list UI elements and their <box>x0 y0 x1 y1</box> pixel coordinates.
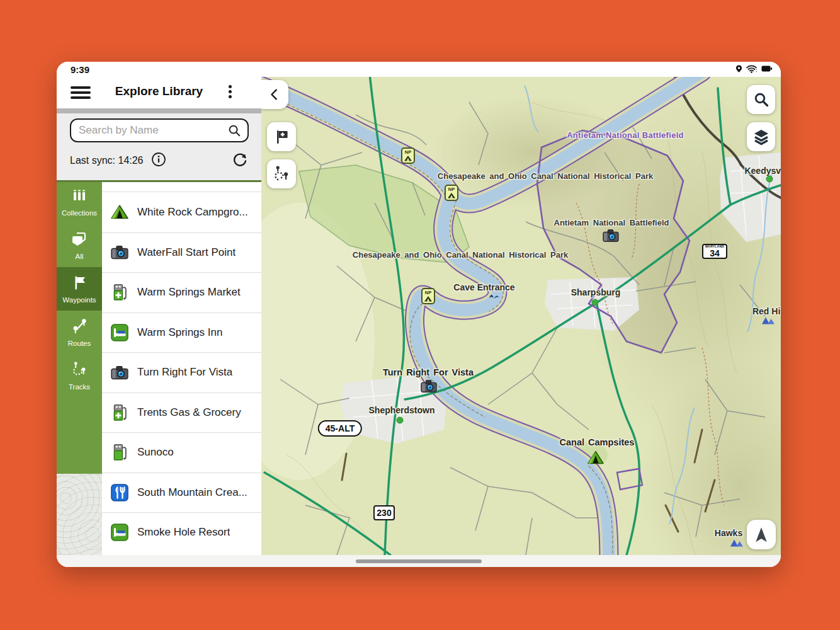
waypoint-name: Smoke Hole Resort <box>137 526 230 539</box>
waypoint-list-item[interactable]: Smoke Hole Resort <box>102 512 261 553</box>
layers-icon <box>752 128 770 146</box>
waypoint-list-item[interactable]: White Rock Campgro... <box>102 192 261 232</box>
explore-library-panel: Explore Library Last sync: 14:26 Collect… <box>57 77 261 555</box>
svg-text:NP: NP <box>448 186 455 192</box>
waypoint-list: Valley GroceryWhite Rock Campgro...Water… <box>102 182 261 555</box>
sidebar-item-label: Waypoints <box>62 296 96 304</box>
add-waypoint-button[interactable] <box>267 122 296 151</box>
screen: { "status_bar": { "time": "9:39", "icons… <box>0 0 840 630</box>
app-window: 9:39 Explore Library Last sync: 14:26 <box>57 62 781 567</box>
sidebar-item-waypoints[interactable]: Waypoints <box>57 267 102 311</box>
gas-plus-icon <box>111 284 128 301</box>
map-marker-tent-icon[interactable] <box>587 450 604 467</box>
routes-icon <box>71 318 88 338</box>
panel-header: Explore Library <box>57 77 261 108</box>
map-marker-mountain-icon <box>730 538 744 550</box>
waypoint-name: Turn Right For Vista <box>137 366 232 379</box>
add-track-button[interactable] <box>267 159 296 188</box>
map-marker-town-dot <box>396 415 404 427</box>
waypoint-list-item[interactable]: Warm Springs Market <box>102 272 261 312</box>
sidebar-nav-rail: CollectionsAllWaypointsRoutesTracks <box>57 180 102 474</box>
search-input[interactable] <box>79 124 227 137</box>
map-marker-town-dot <box>766 174 773 185</box>
sidebar-item-tracks[interactable]: Tracks <box>57 354 102 398</box>
tracks-icon <box>71 361 88 381</box>
route-shield: 45-ALT <box>318 420 362 437</box>
battery-icon <box>761 66 772 72</box>
collections-icon <box>71 187 88 207</box>
waypoint-list-item-partial[interactable]: Valley Grocery <box>102 182 261 192</box>
all-icon <box>71 231 88 251</box>
flag-icon <box>71 274 88 294</box>
sidebar-item-all[interactable]: All <box>57 224 102 267</box>
status-bar: 9:39 <box>57 62 781 77</box>
map-search-button[interactable] <box>747 85 775 114</box>
waypoint-list-item[interactable]: South Mountain Crea... <box>102 472 261 513</box>
waypoint-list-item[interactable]: Warm Springs Inn <box>102 312 261 353</box>
topo-map <box>261 77 781 555</box>
waypoint-list-item[interactable]: Turn Right For Vista <box>102 352 261 392</box>
location-icon <box>735 64 742 73</box>
clock: 9:39 <box>71 64 89 75</box>
shield-number: 34 <box>710 248 720 258</box>
search-icon <box>753 91 769 108</box>
map-marker-town-dot <box>591 297 599 309</box>
waypoint-name: Warm Springs Inn <box>137 326 222 339</box>
svg-text:NP: NP <box>425 290 431 295</box>
compass-arrow-icon <box>752 525 771 544</box>
map-canvas[interactable]: Antietam National BattlefieldChesapeake … <box>261 77 781 555</box>
waypoint-list-item[interactable]: Sunoco <box>102 432 261 472</box>
map-marker-camera-icon[interactable] <box>421 379 437 395</box>
waypoint-name: Trents Gas & Grocery <box>137 406 241 419</box>
map-marker-cave-icon <box>489 290 500 302</box>
shield-number: 45-ALT <box>326 423 355 433</box>
waypoint-name: Sunoco <box>137 446 174 459</box>
camera-icon <box>111 364 128 381</box>
refresh-icon[interactable] <box>232 151 248 170</box>
waypoint-name: Warm Springs Market <box>137 286 241 299</box>
locate-compass-button[interactable] <box>747 520 776 549</box>
map-marker-np-campground-icon: NP <box>401 147 415 166</box>
shield-number: 230 <box>377 508 391 518</box>
collapse-panel-button[interactable] <box>261 80 288 109</box>
rail-background <box>57 474 102 555</box>
route-shield: MARYLAND34 <box>702 244 727 259</box>
sidebar-item-label: Routes <box>68 340 91 347</box>
camera-icon <box>111 244 128 261</box>
map-marker-mountain-icon <box>761 316 775 328</box>
map-marker-np-campground-icon: NP <box>421 288 435 307</box>
chevron-left-icon <box>268 88 282 101</box>
overflow-menu-icon[interactable] <box>224 83 236 102</box>
sync-row: Last sync: 14:26 <box>70 150 248 171</box>
panel-divider <box>57 180 261 182</box>
system-icons <box>735 64 772 73</box>
sidebar-item-collections[interactable]: Collections <box>57 180 102 224</box>
home-indicator <box>356 559 482 563</box>
waypoint-list-item[interactable]: WaterFall Start Point <box>102 232 261 273</box>
wifi-icon <box>746 65 758 73</box>
last-sync-label: Last sync: 14:26 <box>70 155 144 166</box>
tent-icon <box>111 203 128 221</box>
layers-button[interactable] <box>747 122 775 151</box>
sidebar-item-label: Tracks <box>69 383 90 391</box>
sidebar-item-routes[interactable]: Routes <box>57 311 102 354</box>
route-shield: 230 <box>373 505 395 520</box>
gas-plus-icon <box>111 404 128 421</box>
bottom-strip <box>57 555 781 567</box>
gas-icon <box>111 444 128 461</box>
waypoint-name: White Rock Campgro... <box>137 206 248 219</box>
track-plus-icon <box>272 164 291 183</box>
map-marker-np-campground-icon: NP <box>445 185 458 203</box>
search-icon <box>227 123 241 137</box>
svg-text:NP: NP <box>405 149 411 155</box>
waypoint-list-item[interactable]: Valley Grocery <box>102 182 261 192</box>
map-marker-camera-icon[interactable] <box>603 229 619 244</box>
info-icon[interactable] <box>151 152 166 169</box>
waypoint-name: South Mountain Crea... <box>137 486 247 499</box>
scroll-shadow <box>57 108 261 113</box>
flag-plus-icon <box>273 128 290 146</box>
waypoint-list-item[interactable]: Trents Gas & Grocery <box>102 392 261 433</box>
lodging-icon <box>111 524 128 541</box>
waypoint-name: WaterFall Start Point <box>137 246 236 259</box>
search-section: Last sync: 14:26 <box>57 108 261 180</box>
